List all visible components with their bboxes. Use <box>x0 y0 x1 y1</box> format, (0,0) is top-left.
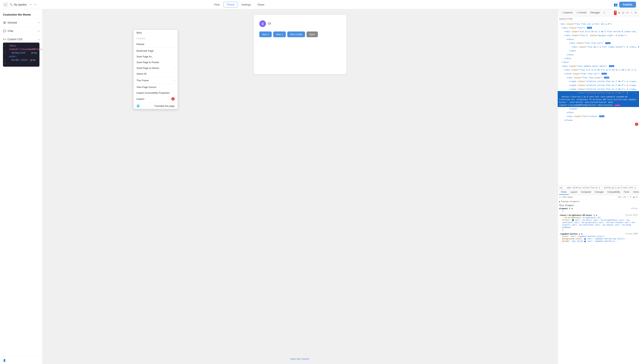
rules-tab-anima[interactable]: Anima... <box>631 190 639 195</box>
tree-line-selected[interactable]: ▾<span class="relative inline-flex mr-2 … <box>558 91 639 95</box>
rule-selector: element { inline ⚙ <box>559 207 637 210</box>
publish-button[interactable]: Publish <box>619 2 636 8</box>
dt-inspector-tab[interactable]: ⬚ Inspector <box>559 10 574 16</box>
sidebar-user-area: 👤 <box>0 356 43 364</box>
gear-icon-3: ⚙ <box>581 233 582 235</box>
redo-button[interactable]: ↪ <box>33 2 37 7</box>
dt-more-tab[interactable]: » <box>602 10 607 16</box>
ctx-this-frame[interactable]: This Frame › <box>134 78 178 83</box>
undo-button[interactable]: ↩ <box>29 2 33 7</box>
filter-styles-input[interactable] <box>562 196 616 198</box>
ctx-accessibility[interactable]: Inspect Accessibility Properties <box>134 90 178 96</box>
rule-element: element { inline ⚙ } <box>559 207 637 212</box>
ctx-translate[interactable]: 🌐 Translate this page <box>134 103 178 109</box>
tree-line: </div> <box>558 49 639 53</box>
ctx-send-device[interactable]: Send Page to Device › <box>134 65 178 71</box>
html-search-input[interactable] <box>559 18 637 20</box>
cls-btn[interactable]: .cls <box>623 196 626 198</box>
console-icon: ≡ <box>576 12 577 14</box>
ctx-forward: Forward <box>134 36 178 41</box>
rules-tab-fonts[interactable]: Fonts <box>622 190 631 195</box>
gear-icon-2: ⚙ <box>596 214 597 216</box>
expand-icon: ▶ <box>559 200 560 203</box>
tree-line: <div class="flex flex-col w-full min-w-0… <box>558 22 639 26</box>
rule-prop-color: color: var(--typebot-button-color); <box>559 235 637 238</box>
logo-text: My typebot <box>14 3 27 6</box>
ctx-select-all[interactable]: Select All <box>134 71 178 77</box>
rules-tab-computed[interactable]: Computed <box>579 190 593 195</box>
rules-tab-changes[interactable]: Changes <box>593 190 605 195</box>
ctx-view-source[interactable]: View Page Source <box>134 84 178 90</box>
ctx-save-as[interactable]: Save Page As... <box>134 54 178 60</box>
rules-tab-compat[interactable]: Compatibility <box>605 190 622 195</box>
tree-line: ▾<div class="flex"></div> flex <box>558 114 639 118</box>
filter-more-btn[interactable]: ⊡ <box>636 196 637 198</box>
preview-item1-button[interactable]: item 1 <box>259 32 272 37</box>
rules-tab-layout[interactable]: Layout <box>569 190 579 195</box>
preview-avatar: Q <box>259 20 266 27</box>
this-frame-chevron: › <box>174 80 175 82</box>
html-tree: <div class="flex flex-col w-full min-w-0… <box>558 22 639 186</box>
custom-css-label: <> Custom CSS <box>3 38 23 41</box>
devtools-tabs: ⬚ Inspector ≡ Console Debugger » 3 ⊞ ⧉ •… <box>558 9 639 16</box>
chat-label: 💬 Chat <box>3 30 13 32</box>
typebot-link[interactable]: Typebot. <box>301 358 310 360</box>
preview-back-button[interactable]: Back <box>307 32 318 37</box>
chat-section[interactable]: 💬 Chat ▾ <box>0 27 43 35</box>
tree-line: </div> <box>558 111 639 114</box>
rule-prop-bgcolor: background-color: var(--typebot-button-b… <box>559 238 637 240</box>
rule-hover-brightness: .hover\:brightness-90:hover { inline:113… <box>559 214 637 231</box>
light-mode-btn[interactable]: ☀ <box>629 196 631 198</box>
rules-tabs: Rules Layout Computed Changes Compatibil… <box>558 190 639 195</box>
add-rule-btn[interactable]: + <box>627 196 628 198</box>
dt-add-btn[interactable]: + <box>630 10 633 15</box>
tab-settings[interactable]: Settings <box>239 2 254 7</box>
tab-flow[interactable]: Flow <box>211 2 223 7</box>
tree-line: ▾<span class="relative inline-flex mr-2 … <box>558 80 639 84</box>
dt-debugger-tab[interactable]: Debugger <box>588 10 602 16</box>
dt-console-tab[interactable]: ≡ Console <box>574 10 588 16</box>
ctx-reload[interactable]: Reload <box>134 41 178 47</box>
ctx-inspect[interactable]: Inspect 1 <box>134 96 178 102</box>
general-section[interactable]: ⚙️ General ▾ <box>0 18 43 27</box>
custom-css-header[interactable]: <> Custom CSS ▴ <box>3 38 40 41</box>
ctx-back[interactable]: Back <box>134 30 178 36</box>
dt-settings-btn[interactable]: ⚙ <box>634 10 637 15</box>
css-editor[interactable]: 1 [data-itemid="cl3iunm4p000f2e6gfr8cznn… <box>3 42 40 67</box>
preview-area: Q Q1 item 1 item 2 Pick a date Back Back… <box>43 9 557 364</box>
dt-window-btn[interactable]: ⧉ <box>621 10 625 15</box>
filter-actions: .hov .cls + ☀ ◑ ⊡ <box>617 196 637 198</box>
rule-typebot-button: .typebot-button { inline:1090 ⚙ color: v… <box>559 233 637 242</box>
tree-line: ▾<div class="flex"> flex <box>558 26 639 30</box>
ctx-bookmark[interactable]: Bookmark Page <box>134 48 178 54</box>
tab-theme[interactable]: Theme <box>223 2 238 8</box>
custom-css-chevron: ▴ <box>38 38 40 40</box>
translate-icon: 🌐 <box>137 104 140 108</box>
tree-line: </form> <box>558 118 639 122</box>
css-line-4: 4 <box>5 62 38 65</box>
rules-tab-rules[interactable]: Rules <box>559 190 569 195</box>
general-icon: ⚙️ <box>3 21 6 24</box>
preview-item2-button[interactable]: item 2 <box>273 32 286 37</box>
back-button[interactable]: ← <box>3 2 8 7</box>
preview-date-button[interactable]: Pick a date <box>287 32 305 37</box>
border-color-swatch <box>584 240 586 242</box>
dt-grid-btn[interactable]: ⊞ <box>617 10 621 15</box>
devtools-actions: 3 ⊞ ⧉ ••• + ⚙ <box>614 10 637 15</box>
tab-share[interactable]: Share <box>255 2 267 7</box>
hov-btn[interactable]: .hov <box>617 196 621 198</box>
sidebar-title: Customize the theme <box>0 9 43 18</box>
dark-mode-btn[interactable]: ◑ <box>633 196 634 198</box>
team-button[interactable]: 👥 <box>614 2 618 7</box>
tree-line: ▾<span class="relative inline-flex mr-2 … <box>558 84 639 88</box>
dt-more-btn[interactable]: ••• <box>625 10 629 15</box>
user-icon: 👤 <box>3 359 6 362</box>
logo: 🔧 My typebot <box>10 3 27 6</box>
tree-line: ▾<div class="flex flex-col"> flex <box>558 41 639 45</box>
tree-line: ▾<form class="flex flex-col"> flex <box>558 72 639 76</box>
filter-icon: ⧖ <box>559 196 561 198</box>
inspect-badge: 1 <box>171 97 175 100</box>
error-badge: 3 <box>614 10 616 15</box>
inspector-icon: ⬚ <box>561 11 563 14</box>
ctx-save-pocket[interactable]: Save Page to Pocket <box>134 60 178 65</box>
